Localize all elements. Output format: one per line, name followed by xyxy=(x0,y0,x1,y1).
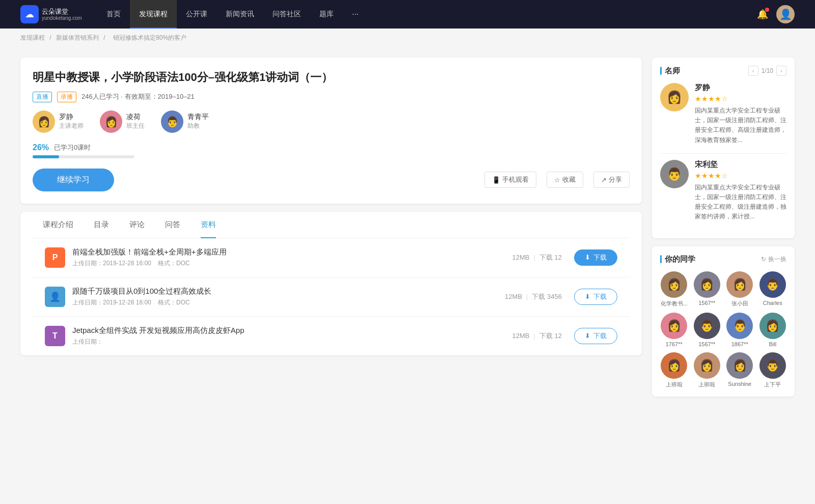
breadcrumb-series[interactable]: 新媒体营销系列 xyxy=(56,34,99,41)
classmate-9: 👩 上班啦 xyxy=(693,352,721,388)
breadcrumb-discover[interactable]: 发现课程 xyxy=(20,34,45,41)
teachers-sidebar-card: 名师 ‹ 1/10 › 👩 罗静 ★★★★☆ 国内某重点大学安全工程专业硕士，国… xyxy=(652,58,795,238)
breadcrumb: 发现课程 / 新媒体营销系列 / 销冠修炼术搞定80%的客户 xyxy=(0,29,815,47)
download-icon: ⬇ xyxy=(585,254,590,261)
classmate-avatar-0: 👩 xyxy=(661,271,687,298)
phone-view-link[interactable]: 📱 手机观看 xyxy=(484,172,536,188)
file-meta-2: 上传日期： xyxy=(72,338,512,346)
classmate-name-10: Sunshine xyxy=(728,381,751,387)
continue-study-button[interactable]: 继续学习 xyxy=(33,169,114,191)
course-meta-text: 246人已学习 · 有效期至：2019–10–21 xyxy=(82,92,195,101)
share-link[interactable]: ↗ 分享 xyxy=(593,172,630,188)
teachers: 👩 罗静 主讲老师 👩 凌荷 班主任 👨 青青平 xyxy=(33,110,630,133)
navbar: ☁ 云朵课堂 yundoketang.com 首页 发现课程 公开课 新闻资讯 … xyxy=(0,0,815,29)
classmates-sidebar-title: 你的同学 ↻ 换一换 xyxy=(660,255,786,264)
nav-discover[interactable]: 发现课程 xyxy=(130,0,177,29)
progress-pct: 26% xyxy=(33,143,49,152)
classmate-7: 👩 Bill xyxy=(759,313,787,347)
classmate-name-2: 张小田 xyxy=(731,300,748,307)
progress-bar-bg xyxy=(33,155,134,158)
classmate-avatar-3: 👨 xyxy=(759,271,786,298)
classmate-name-1: 1567** xyxy=(698,300,715,306)
classmate-8: 👩 上班啦 xyxy=(660,352,688,388)
teacher-role-1: 班主任 xyxy=(126,122,145,130)
tab-catalog[interactable]: 目录 xyxy=(84,212,119,238)
file-stats-1: 12MB | 下载 3456 xyxy=(505,292,562,301)
page-indicator: 1/10 xyxy=(762,67,773,74)
notification-bell[interactable]: 🔔 xyxy=(757,9,768,20)
download-button-0[interactable]: ⬇ 下载 xyxy=(574,249,617,266)
breadcrumb-sep1: / xyxy=(49,34,53,41)
star-icon: ☆ xyxy=(554,176,560,184)
file-name-0: 前端全栈加强版！前端全栈+全周期+多端应用 xyxy=(72,247,512,257)
nav-news[interactable]: 新闻资讯 xyxy=(216,0,263,29)
classmate-3: 👨 Charles xyxy=(759,271,787,307)
sidebar: 名师 ‹ 1/10 › 👩 罗静 ★★★★☆ 国内某重点大学安全工程专业硕士，国… xyxy=(652,58,795,405)
progress-label-text: 已学习0课时 xyxy=(54,143,91,152)
nav-quiz[interactable]: 题库 xyxy=(310,0,343,29)
course-meta: 直播 录播 246人已学习 · 有效期至：2019–10–21 xyxy=(33,92,630,102)
files-list: P 前端全栈加强版！前端全栈+全周期+多端应用 上传日期：2019-12-28 … xyxy=(33,238,630,355)
teacher-avatar-1: 👩 xyxy=(100,110,122,133)
file-item: T Jetpack全组件实战 开发短视频应用高仿皮皮虾App 上传日期： 12M… xyxy=(33,317,630,355)
file-meta-1: 上传日期：2019-12-28 16:00 格式：DOC xyxy=(72,298,505,307)
file-info-1: 跟随千万级项目从0到100全过程高效成长 上传日期：2019-12-28 16:… xyxy=(72,287,505,307)
classmate-name-7: Bill xyxy=(769,341,776,347)
classmate-10: 👩 Sunshine xyxy=(726,352,754,388)
prev-page-button[interactable]: ‹ xyxy=(748,66,758,76)
logo-sub: yundoketang.com xyxy=(42,15,82,21)
teacher-0: 👩 罗静 主讲老师 xyxy=(33,110,84,133)
sidebar-teacher-stars-1: ★★★★☆ xyxy=(695,172,786,180)
file-info-0: 前端全栈加强版！前端全栈+全周期+多端应用 上传日期：2019-12-28 16… xyxy=(72,247,512,268)
action-row: 继续学习 📱 手机观看 ☆ 收藏 ↗ 分享 xyxy=(33,169,630,191)
user-avatar-nav[interactable]: 👤 xyxy=(776,5,795,23)
sidebar-teacher-name-1: 宋利坚 xyxy=(695,160,786,170)
logo-icon: ☁ xyxy=(20,5,39,23)
nav-home[interactable]: 首页 xyxy=(97,0,130,29)
course-title: 明星中教授课，小学阶段语法100分–强化级第1讲动词（一） xyxy=(33,70,630,86)
teacher-name-2: 青青平 xyxy=(187,113,209,122)
breadcrumb-current: 销冠修炼术搞定80%的客户 xyxy=(113,34,186,41)
tag-live: 直播 xyxy=(33,92,52,102)
classmate-2: 👩 张小田 xyxy=(726,271,754,307)
classmate-name-4: 1767** xyxy=(666,341,683,347)
classmate-0: 👩 化学教书... xyxy=(660,271,688,307)
classmates-sidebar-card: 你的同学 ↻ 换一换 👩 化学教书... 👩 1567** 👩 张小田 xyxy=(652,246,795,397)
progress-area: 26% 已学习0课时 xyxy=(33,143,630,158)
action-links: 📱 手机观看 ☆ 收藏 ↗ 分享 xyxy=(484,172,630,188)
classmate-name-9: 上班啦 xyxy=(698,381,715,388)
tab-review[interactable]: 评论 xyxy=(119,212,155,238)
teacher-name-0: 罗静 xyxy=(59,113,84,122)
classmate-avatar-8: 👩 xyxy=(661,352,687,379)
sidebar-teacher-avatar-0: 👩 xyxy=(660,83,689,111)
refresh-button[interactable]: ↻ 换一换 xyxy=(761,255,786,264)
download-button-1[interactable]: ⬇ 下载 xyxy=(574,289,617,305)
file-icon-0: P xyxy=(45,247,65,268)
classmate-avatar-1: 👩 xyxy=(694,271,720,298)
classmate-name-11: 上下平 xyxy=(764,381,781,388)
nav-qa[interactable]: 问答社区 xyxy=(263,0,310,29)
classmate-avatar-4: 👩 xyxy=(661,313,687,339)
classmates-title: 你的同学 xyxy=(660,255,695,264)
tab-intro[interactable]: 课程介绍 xyxy=(33,212,84,238)
classmate-11: 👨 上下平 xyxy=(759,352,787,388)
tag-record: 录播 xyxy=(57,92,76,102)
download-button-2[interactable]: ⬇ 下载 xyxy=(574,328,617,344)
classmate-4: 👩 1767** xyxy=(660,313,688,347)
collect-link[interactable]: ☆ 收藏 xyxy=(547,172,583,188)
tab-qa[interactable]: 问答 xyxy=(155,212,191,238)
nav-right: 🔔 👤 xyxy=(757,5,795,23)
classmate-name-8: 上班啦 xyxy=(666,381,683,388)
next-page-button[interactable]: › xyxy=(776,66,786,76)
logo[interactable]: ☁ 云朵课堂 yundoketang.com xyxy=(20,5,82,23)
classmate-name-3: Charles xyxy=(763,300,782,306)
sidebar-teacher-1: 👨 宋利坚 ★★★★☆ 国内某重点大学安全工程专业硕士，国家一级注册消防工程师、… xyxy=(660,160,786,222)
tab-materials[interactable]: 资料 xyxy=(191,212,226,238)
notification-dot xyxy=(765,8,769,12)
nav-public[interactable]: 公开课 xyxy=(177,0,216,29)
classmate-avatar-2: 👩 xyxy=(726,271,753,298)
nav-more[interactable]: ··· xyxy=(343,10,368,19)
teacher-avatar-2: 👨 xyxy=(161,110,183,133)
teacher-2: 👨 青青平 助教 xyxy=(161,110,209,133)
sidebar-teacher-0: 👩 罗静 ★★★★☆ 国内某重点大学安全工程专业硕士，国家一级注册消防工程师、注… xyxy=(660,83,786,145)
